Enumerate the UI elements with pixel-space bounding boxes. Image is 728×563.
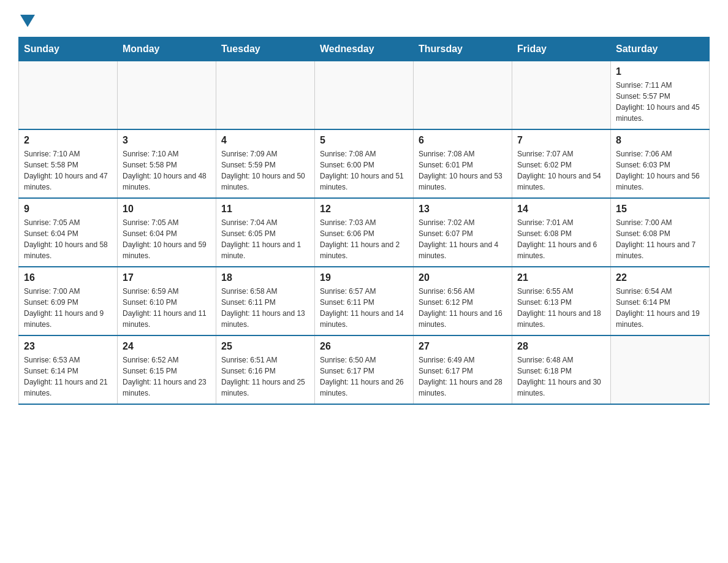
day-info: Sunrise: 7:11 AM Sunset: 5:57 PM Dayligh… xyxy=(616,80,704,124)
calendar-cell: 3Sunrise: 7:10 AM Sunset: 5:58 PM Daylig… xyxy=(118,129,216,198)
day-info: Sunrise: 7:09 AM Sunset: 5:59 PM Dayligh… xyxy=(221,148,309,193)
calendar-cell xyxy=(315,61,414,130)
day-number: 6 xyxy=(419,135,507,146)
day-info: Sunrise: 6:55 AM Sunset: 6:13 PM Dayligh… xyxy=(517,286,605,330)
day-info: Sunrise: 6:59 AM Sunset: 6:10 PM Dayligh… xyxy=(123,286,211,330)
calendar-cell: 6Sunrise: 7:08 AM Sunset: 6:01 PM Daylig… xyxy=(414,129,512,198)
calendar-cell: 22Sunrise: 6:54 AM Sunset: 6:14 PM Dayli… xyxy=(611,267,710,335)
day-number: 19 xyxy=(320,272,408,283)
day-number: 26 xyxy=(320,341,408,352)
day-number: 10 xyxy=(123,204,211,215)
day-header-thursday: Thursday xyxy=(414,37,512,61)
calendar-week-row: 2Sunrise: 7:10 AM Sunset: 5:58 PM Daylig… xyxy=(19,129,710,198)
day-info: Sunrise: 7:00 AM Sunset: 6:08 PM Dayligh… xyxy=(616,217,704,261)
calendar-week-row: 1Sunrise: 7:11 AM Sunset: 5:57 PM Daylig… xyxy=(19,61,710,130)
day-header-sunday: Sunday xyxy=(19,37,118,61)
day-number: 12 xyxy=(320,204,408,215)
day-number: 11 xyxy=(221,204,309,215)
calendar-cell xyxy=(216,61,315,130)
calendar-cell xyxy=(611,335,710,404)
calendar-cell: 1Sunrise: 7:11 AM Sunset: 5:57 PM Daylig… xyxy=(611,61,710,130)
calendar-cell xyxy=(512,61,611,130)
day-info: Sunrise: 7:10 AM Sunset: 5:58 PM Dayligh… xyxy=(123,148,211,193)
calendar-cell: 10Sunrise: 7:05 AM Sunset: 6:04 PM Dayli… xyxy=(118,198,216,267)
calendar-table: SundayMondayTuesdayWednesdayThursdayFrid… xyxy=(18,37,710,405)
day-number: 25 xyxy=(221,341,309,352)
page-header xyxy=(18,12,710,27)
logo-triangle-icon xyxy=(20,15,35,27)
day-number: 24 xyxy=(123,341,211,352)
day-number: 14 xyxy=(517,204,605,215)
day-info: Sunrise: 7:05 AM Sunset: 6:04 PM Dayligh… xyxy=(123,217,211,261)
calendar-cell: 12Sunrise: 7:03 AM Sunset: 6:06 PM Dayli… xyxy=(315,198,414,267)
calendar-cell: 26Sunrise: 6:50 AM Sunset: 6:17 PM Dayli… xyxy=(315,335,414,404)
day-info: Sunrise: 6:49 AM Sunset: 6:17 PM Dayligh… xyxy=(419,354,507,399)
day-header-tuesday: Tuesday xyxy=(216,37,315,61)
calendar-week-row: 16Sunrise: 7:00 AM Sunset: 6:09 PM Dayli… xyxy=(19,267,710,335)
calendar-cell: 24Sunrise: 6:52 AM Sunset: 6:15 PM Dayli… xyxy=(118,335,216,404)
calendar-cell: 11Sunrise: 7:04 AM Sunset: 6:05 PM Dayli… xyxy=(216,198,315,267)
calendar-cell xyxy=(19,61,118,130)
logo xyxy=(18,12,35,27)
calendar-cell: 15Sunrise: 7:00 AM Sunset: 6:08 PM Dayli… xyxy=(611,198,710,267)
day-number: 7 xyxy=(517,135,605,146)
calendar-cell: 13Sunrise: 7:02 AM Sunset: 6:07 PM Dayli… xyxy=(414,198,512,267)
day-info: Sunrise: 6:58 AM Sunset: 6:11 PM Dayligh… xyxy=(221,286,309,330)
day-number: 3 xyxy=(123,135,211,146)
calendar-cell: 20Sunrise: 6:56 AM Sunset: 6:12 PM Dayli… xyxy=(414,267,512,335)
day-number: 15 xyxy=(616,204,704,215)
day-info: Sunrise: 7:08 AM Sunset: 6:00 PM Dayligh… xyxy=(320,148,408,193)
day-info: Sunrise: 7:01 AM Sunset: 6:08 PM Dayligh… xyxy=(517,217,605,261)
calendar-week-row: 23Sunrise: 6:53 AM Sunset: 6:14 PM Dayli… xyxy=(19,335,710,404)
calendar-cell: 21Sunrise: 6:55 AM Sunset: 6:13 PM Dayli… xyxy=(512,267,611,335)
day-number: 28 xyxy=(517,341,605,352)
calendar-cell: 14Sunrise: 7:01 AM Sunset: 6:08 PM Dayli… xyxy=(512,198,611,267)
day-number: 9 xyxy=(24,204,112,215)
day-number: 4 xyxy=(221,135,309,146)
day-number: 5 xyxy=(320,135,408,146)
calendar-cell: 18Sunrise: 6:58 AM Sunset: 6:11 PM Dayli… xyxy=(216,267,315,335)
day-info: Sunrise: 7:06 AM Sunset: 6:03 PM Dayligh… xyxy=(616,148,704,193)
calendar-cell: 17Sunrise: 6:59 AM Sunset: 6:10 PM Dayli… xyxy=(118,267,216,335)
calendar-cell: 19Sunrise: 6:57 AM Sunset: 6:11 PM Dayli… xyxy=(315,267,414,335)
calendar-cell xyxy=(414,61,512,130)
day-number: 2 xyxy=(24,135,112,146)
day-info: Sunrise: 7:02 AM Sunset: 6:07 PM Dayligh… xyxy=(419,217,507,261)
calendar-cell: 28Sunrise: 6:48 AM Sunset: 6:18 PM Dayli… xyxy=(512,335,611,404)
day-info: Sunrise: 7:05 AM Sunset: 6:04 PM Dayligh… xyxy=(24,217,112,261)
day-number: 20 xyxy=(419,272,507,283)
day-info: Sunrise: 6:54 AM Sunset: 6:14 PM Dayligh… xyxy=(616,286,704,330)
calendar-cell xyxy=(118,61,216,130)
day-info: Sunrise: 6:52 AM Sunset: 6:15 PM Dayligh… xyxy=(123,354,211,399)
day-number: 16 xyxy=(24,272,112,283)
calendar-cell: 7Sunrise: 7:07 AM Sunset: 6:02 PM Daylig… xyxy=(512,129,611,198)
day-number: 18 xyxy=(221,272,309,283)
calendar-cell: 27Sunrise: 6:49 AM Sunset: 6:17 PM Dayli… xyxy=(414,335,512,404)
day-info: Sunrise: 7:08 AM Sunset: 6:01 PM Dayligh… xyxy=(419,148,507,193)
calendar-cell: 5Sunrise: 7:08 AM Sunset: 6:00 PM Daylig… xyxy=(315,129,414,198)
day-number: 23 xyxy=(24,341,112,352)
day-info: Sunrise: 7:10 AM Sunset: 5:58 PM Dayligh… xyxy=(24,148,112,193)
day-info: Sunrise: 7:03 AM Sunset: 6:06 PM Dayligh… xyxy=(320,217,408,261)
calendar-cell: 4Sunrise: 7:09 AM Sunset: 5:59 PM Daylig… xyxy=(216,129,315,198)
day-info: Sunrise: 6:51 AM Sunset: 6:16 PM Dayligh… xyxy=(221,354,309,399)
day-header-monday: Monday xyxy=(118,37,216,61)
calendar-cell: 25Sunrise: 6:51 AM Sunset: 6:16 PM Dayli… xyxy=(216,335,315,404)
day-info: Sunrise: 7:00 AM Sunset: 6:09 PM Dayligh… xyxy=(24,286,112,330)
day-number: 13 xyxy=(419,204,507,215)
calendar-cell: 23Sunrise: 6:53 AM Sunset: 6:14 PM Dayli… xyxy=(19,335,118,404)
day-info: Sunrise: 6:53 AM Sunset: 6:14 PM Dayligh… xyxy=(24,354,112,399)
day-number: 1 xyxy=(616,66,704,77)
calendar-header-row: SundayMondayTuesdayWednesdayThursdayFrid… xyxy=(19,37,710,61)
calendar-cell: 2Sunrise: 7:10 AM Sunset: 5:58 PM Daylig… xyxy=(19,129,118,198)
day-number: 8 xyxy=(616,135,704,146)
day-number: 21 xyxy=(517,272,605,283)
day-info: Sunrise: 6:48 AM Sunset: 6:18 PM Dayligh… xyxy=(517,354,605,399)
calendar-week-row: 9Sunrise: 7:05 AM Sunset: 6:04 PM Daylig… xyxy=(19,198,710,267)
day-header-friday: Friday xyxy=(512,37,611,61)
day-info: Sunrise: 7:04 AM Sunset: 6:05 PM Dayligh… xyxy=(221,217,309,261)
day-header-wednesday: Wednesday xyxy=(315,37,414,61)
day-number: 17 xyxy=(123,272,211,283)
day-number: 22 xyxy=(616,272,704,283)
day-info: Sunrise: 6:50 AM Sunset: 6:17 PM Dayligh… xyxy=(320,354,408,399)
